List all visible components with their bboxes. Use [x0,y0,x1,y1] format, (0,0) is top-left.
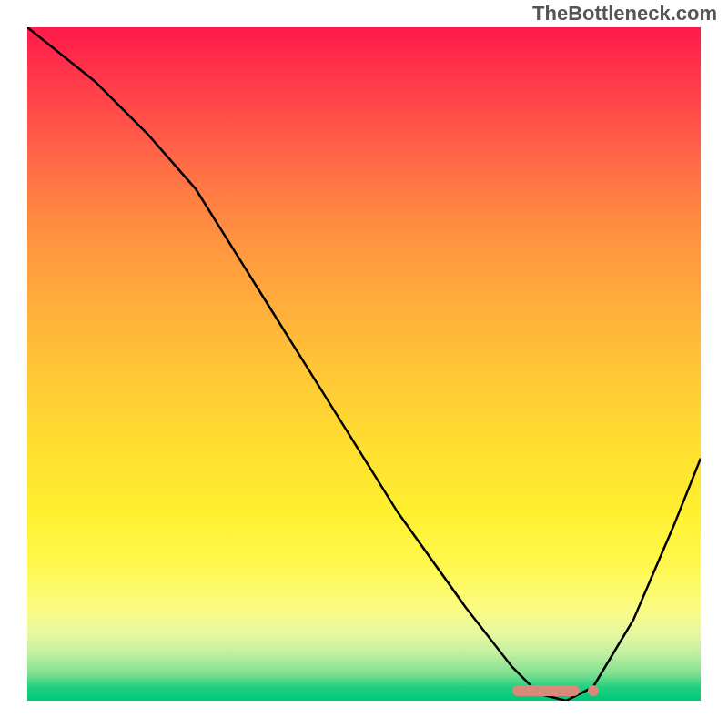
optimal-point-marker [588,685,599,696]
plot-area [27,27,701,701]
watermark-text: TheBottleneck.com [532,2,717,25]
curve-path [27,27,701,701]
optimal-range-marker [512,685,580,696]
chart-curve [27,27,701,701]
